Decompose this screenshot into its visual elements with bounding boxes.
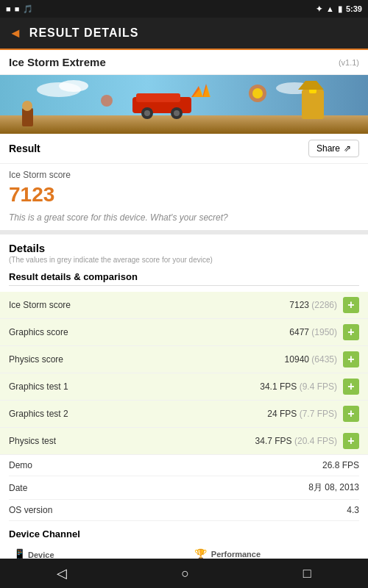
- status-icons-left: ■ ■ 🎵: [6, 4, 33, 14]
- device-channel-section: Device Channel 📱 Device 🏆 Performance: [9, 528, 359, 559]
- device-channel-title: Device Channel: [9, 528, 359, 539]
- tablet-icon: 📱: [13, 548, 26, 559]
- result-bar: Result Share ⇗: [0, 134, 368, 164]
- score-section: Ice Storm score 7123: [0, 164, 368, 209]
- main-content: Ice Storm Extreme (v1.1): [0, 50, 368, 559]
- plus-button-1[interactable]: +: [343, 324, 359, 340]
- col-performance: 🏆 Performance: [190, 545, 359, 559]
- stat-row-ice-storm: Ice Storm score 7123 (2286) +: [0, 292, 368, 319]
- ice-storm-header: Ice Storm Extreme (v1.1): [0, 50, 368, 75]
- score-description: This is a great score for this device. W…: [0, 209, 368, 230]
- share-icon: ⇗: [344, 143, 351, 154]
- stat-row-gtest1: Graphics test 1 34.1 FPS (9.4 FPS) +: [0, 373, 368, 401]
- wifi-icon: ▲: [326, 4, 334, 13]
- clock: 5:39: [346, 4, 362, 13]
- page-title: RESULT DETAILS: [29, 26, 139, 40]
- nav-home-button[interactable]: ○: [181, 566, 189, 581]
- section-header: Result details & comparison: [9, 271, 359, 286]
- svg-point-19: [252, 88, 263, 98]
- plus-button-0[interactable]: +: [343, 297, 359, 313]
- back-button[interactable]: ◄: [9, 26, 22, 41]
- device-table: 📱 Device 🏆 Performance: [9, 545, 359, 559]
- stat-row-phystest: Physics test 34.7 FPS (20.4 FPS) +: [0, 428, 368, 455]
- plus-button-2[interactable]: +: [343, 351, 359, 368]
- svg-point-3: [59, 80, 88, 92]
- nav-recent-button[interactable]: □: [303, 566, 311, 581]
- ice-storm-banner: [0, 75, 368, 134]
- svg-rect-13: [302, 90, 324, 119]
- score-value: 7123: [9, 183, 359, 207]
- bluetooth-icon: ✦: [316, 4, 322, 14]
- stat-row-date: Date 8月 08, 2013: [9, 476, 359, 500]
- details-subtitle: (The values in grey indicate the average…: [9, 256, 359, 264]
- stat-row-graphics: Graphics score 6477 (1950) +: [0, 319, 368, 346]
- details-title: Details: [9, 242, 359, 254]
- ice-storm-card: Ice Storm Extreme (v1.1): [0, 50, 368, 230]
- ice-storm-title: Ice Storm Extreme: [9, 56, 106, 68]
- trophy-icon: 🏆: [194, 548, 207, 559]
- device-table-header: 📱 Device 🏆 Performance: [9, 545, 359, 559]
- plus-button-3[interactable]: +: [343, 379, 359, 395]
- stat-row-demo: Demo 26.8 FPS: [9, 455, 359, 476]
- stat-row-os: OS version 4.3: [9, 500, 359, 521]
- svg-point-9: [144, 110, 150, 116]
- ice-storm-version: (v1.1): [339, 58, 359, 67]
- svg-point-17: [22, 101, 32, 111]
- svg-point-20: [101, 95, 113, 107]
- header: ◄ RESULT DETAILS: [0, 18, 368, 50]
- details-card: Details (The values in grey indicate the…: [0, 234, 368, 559]
- share-button[interactable]: Share ⇗: [308, 140, 359, 157]
- plus-button-5[interactable]: +: [343, 433, 359, 449]
- battery-icon: ▮: [338, 4, 342, 14]
- col-device: 📱 Device: [9, 545, 190, 559]
- svg-rect-6: [136, 93, 180, 102]
- nav-back-button[interactable]: ◁: [57, 565, 67, 581]
- notification-icon-1: ■: [6, 4, 11, 13]
- result-label: Result: [9, 143, 40, 154]
- nav-bar: ◁ ○ □: [0, 559, 368, 588]
- banner-svg: [0, 75, 368, 134]
- status-bar: ■ ■ 🎵 ✦ ▲ ▮ 5:39: [0, 0, 368, 18]
- notification-icon-3: 🎵: [23, 4, 33, 14]
- stat-row-physics: Physics score 10940 (6435) +: [0, 346, 368, 373]
- stat-row-gtest2: Graphics test 2 24 FPS (7.7 FPS) +: [0, 401, 368, 428]
- status-icons-right: ✦ ▲ ▮ 5:39: [316, 4, 362, 14]
- score-label: Ice Storm score: [9, 170, 359, 180]
- svg-point-10: [174, 110, 180, 116]
- plus-button-4[interactable]: +: [343, 406, 359, 422]
- notification-icon-2: ■: [15, 4, 20, 13]
